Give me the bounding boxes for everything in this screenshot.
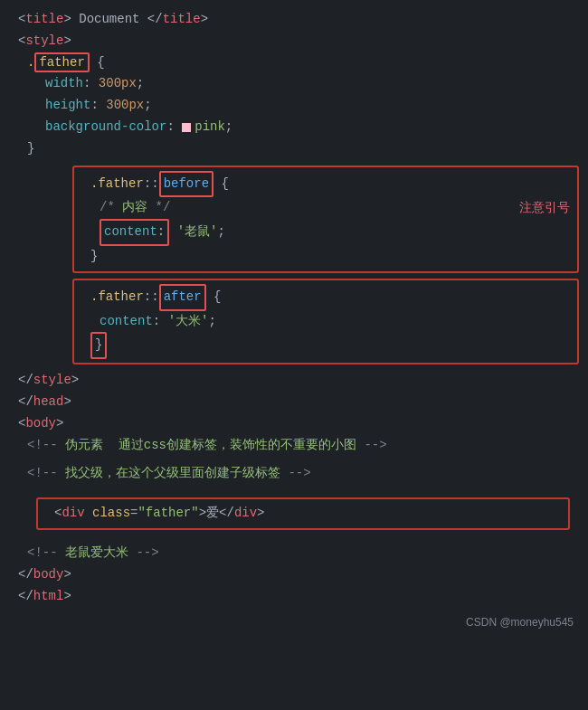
after-brace-highlight: } bbox=[90, 332, 107, 359]
annotation-note: 注意引号 bbox=[519, 197, 570, 219]
spacer1 bbox=[9, 456, 579, 463]
line-content-before: content: '老鼠'; bbox=[81, 219, 570, 246]
div-box: <div class="father">爱</div> bbox=[36, 497, 570, 530]
footer: CSDN @moneyhu545 bbox=[0, 612, 588, 632]
content-highlight: content: bbox=[100, 219, 169, 246]
line-father-selector: .father { bbox=[9, 52, 579, 74]
line-after-selector: .father::after { bbox=[81, 284, 570, 311]
code-editor: <title> Document </title> <style> .fathe… bbox=[0, 9, 588, 607]
line-comment3: <!-- 老鼠爱大米 --> bbox=[9, 543, 579, 564]
line-body-open: <body> bbox=[9, 413, 579, 435]
line-bgcolor: background-color: pink; bbox=[9, 117, 579, 138]
line-before-selector: .father::before { bbox=[81, 171, 570, 198]
line-style-close: </style> bbox=[9, 370, 579, 392]
father-highlight: father bbox=[34, 52, 89, 72]
line-comment2: <!-- 找父级，在这个父级里面创建子级标签 --> bbox=[9, 463, 579, 485]
line-title: <title> Document </title> bbox=[9, 9, 579, 31]
line-after-close: } bbox=[81, 332, 570, 359]
before-box: .father::before { /* 内容 */ content: '老鼠'… bbox=[72, 166, 579, 273]
line-comment1: <!-- 伪元素 通过css创建标签，装饰性的不重要的小图 --> bbox=[9, 435, 579, 457]
line-before-close: } bbox=[81, 246, 570, 268]
div-section: <div class="father">爱</div> bbox=[9, 497, 579, 530]
line-head-close: </head> bbox=[9, 392, 579, 413]
line-html-close: </html> bbox=[9, 586, 579, 608]
footer-text: CSDN @moneyhu545 bbox=[466, 616, 574, 629]
line-content-after: content: '大米'; bbox=[81, 311, 570, 333]
before-section: .father::before { /* 内容 */ content: '老鼠'… bbox=[9, 166, 579, 273]
line-div: <div class="father">爱</div> bbox=[45, 503, 561, 525]
pink-swatch bbox=[182, 123, 191, 132]
after-box: .father::after { content: '大米'; } bbox=[72, 279, 579, 364]
line-height: height: 300px; bbox=[9, 95, 579, 117]
line-style-open: <style> bbox=[9, 31, 579, 52]
after-section: .father::after { content: '大米'; } bbox=[9, 279, 579, 364]
after-highlight: after bbox=[159, 284, 206, 311]
before-highlight: before bbox=[159, 171, 213, 198]
line-body-close: </body> bbox=[9, 564, 579, 586]
spacer3 bbox=[9, 535, 579, 543]
line-width: width: 300px; bbox=[9, 73, 579, 95]
spacer2 bbox=[9, 485, 579, 492]
line-comment-content: /* 内容 */ bbox=[81, 197, 570, 219]
line-father-close: } bbox=[9, 138, 579, 160]
